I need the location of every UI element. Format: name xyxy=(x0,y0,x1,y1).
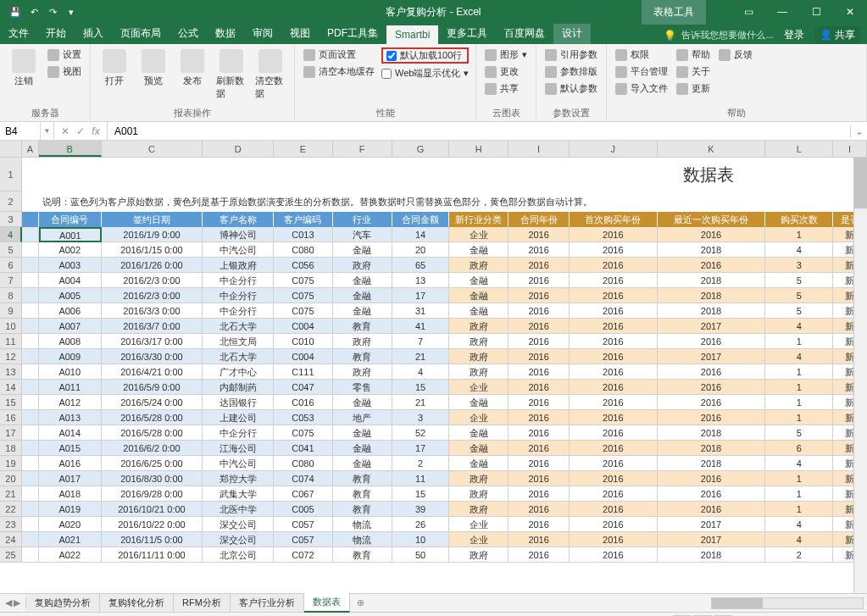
sheet-tab[interactable]: 复购趋势分析 xyxy=(26,594,100,612)
cell[interactable]: 深交公司 xyxy=(203,532,274,547)
cell[interactable]: A002 xyxy=(39,242,102,258)
cell[interactable]: 金融 xyxy=(449,441,509,456)
cell[interactable]: 北恒文局 xyxy=(203,334,274,349)
row-header[interactable]: 13 xyxy=(0,364,22,380)
cell[interactable]: 达国银行 xyxy=(203,395,274,410)
cell[interactable]: 2016 xyxy=(570,517,658,532)
cell[interactable]: 4 xyxy=(765,319,833,334)
cell[interactable]: 41 xyxy=(392,319,450,334)
vertical-scrollbar[interactable] xyxy=(853,158,867,593)
cell[interactable]: 物流 xyxy=(333,517,392,532)
col-header[interactable]: D xyxy=(203,141,274,157)
add-sheet-button[interactable]: ⊕ xyxy=(350,597,371,608)
cell[interactable]: 2016/6/25 0:00 xyxy=(102,456,203,471)
cell[interactable]: C047 xyxy=(274,380,333,395)
cell[interactable]: 金融 xyxy=(449,242,509,258)
change-button[interactable]: 更改 xyxy=(483,64,529,79)
cell[interactable]: 2016/2/3 0:00 xyxy=(102,288,203,303)
cell[interactable]: 物流 xyxy=(333,532,392,547)
cell[interactable]: 3 xyxy=(392,410,450,425)
row-header[interactable]: 2 xyxy=(0,191,22,212)
row-header[interactable]: 25 xyxy=(0,547,22,563)
cell[interactable]: 2016 xyxy=(509,395,570,410)
col-header[interactable]: F xyxy=(333,141,392,157)
cell[interactable]: 政府 xyxy=(449,486,509,502)
about-button[interactable]: 关于 xyxy=(675,64,712,79)
cell[interactable]: 2016 xyxy=(570,456,658,471)
cell[interactable]: 6 xyxy=(765,441,833,456)
cell[interactable]: 北京公司 xyxy=(203,547,274,563)
cell[interactable]: C004 xyxy=(274,319,333,334)
ref-param-button[interactable]: 引用参数 xyxy=(543,47,599,62)
cell[interactable]: 2016 xyxy=(509,334,570,349)
cell[interactable]: 2018 xyxy=(658,425,766,441)
col-header[interactable]: B xyxy=(39,141,102,157)
namebox-dropdown-icon[interactable]: ▼ xyxy=(41,122,54,140)
cell[interactable]: 5 xyxy=(765,273,833,288)
row-header[interactable]: 21 xyxy=(0,486,22,502)
sheet-tab[interactable]: 客户行业分析 xyxy=(231,594,304,612)
cell[interactable]: 2016 xyxy=(658,380,766,395)
cell[interactable]: 2016 xyxy=(509,273,570,288)
select-all-corner[interactable] xyxy=(0,141,22,157)
cell[interactable]: 金融 xyxy=(449,456,509,471)
cell[interactable]: 2016/1/9 0:00 xyxy=(102,227,203,242)
preview-button[interactable]: 预览 xyxy=(136,47,170,89)
cell[interactable]: A016 xyxy=(39,456,102,471)
horizontal-scrollbar[interactable] xyxy=(371,597,867,609)
cell[interactable]: A009 xyxy=(39,349,102,364)
cell[interactable]: 中企分行 xyxy=(203,273,274,288)
cell[interactable]: 21 xyxy=(392,395,450,410)
cell[interactable]: 1 xyxy=(765,364,833,380)
minimize-button[interactable]: — xyxy=(765,0,799,24)
cell[interactable]: C041 xyxy=(274,441,333,456)
cell[interactable]: 2016/11/11 0:00 xyxy=(102,547,203,563)
cell[interactable]: 上建公司 xyxy=(203,410,274,425)
row-header[interactable]: 17 xyxy=(0,425,22,441)
row-header[interactable]: 20 xyxy=(0,471,22,486)
row-header[interactable]: 24 xyxy=(0,532,22,547)
cell[interactable]: 政府 xyxy=(333,364,392,380)
cell[interactable]: 博神公司 xyxy=(203,227,274,242)
save-icon[interactable]: 💾 xyxy=(8,5,22,19)
cell[interactable]: 北石大学 xyxy=(203,349,274,364)
cell[interactable]: 2018 xyxy=(658,547,766,563)
tab-layout[interactable]: 页面布局 xyxy=(112,23,170,44)
cell[interactable]: 武集大学 xyxy=(203,486,274,502)
row-header[interactable]: 8 xyxy=(0,288,22,303)
accept-formula-icon[interactable]: ✓ xyxy=(75,125,86,137)
load-100-checkbox[interactable]: 默认加载100行 xyxy=(381,47,469,64)
cell[interactable]: 金融 xyxy=(333,425,392,441)
cell[interactable]: 2016 xyxy=(570,319,658,334)
refresh-button[interactable]: 刷新数据 xyxy=(214,47,248,102)
cell[interactable]: 1 xyxy=(765,471,833,486)
cell[interactable]: A012 xyxy=(39,395,102,410)
cell[interactable]: 2016 xyxy=(658,395,766,410)
col-header[interactable]: E xyxy=(274,141,333,157)
cell[interactable]: 政府 xyxy=(449,349,509,364)
cell[interactable]: C005 xyxy=(274,502,333,517)
sort-param-button[interactable]: 参数排版 xyxy=(543,64,599,79)
cell[interactable]: 2016 xyxy=(509,242,570,258)
import-button[interactable]: 导入文件 xyxy=(614,81,670,96)
row-header[interactable]: 23 xyxy=(0,517,22,532)
tab-view[interactable]: 视图 xyxy=(281,23,319,44)
cell[interactable]: C057 xyxy=(274,517,333,532)
cell[interactable]: A010 xyxy=(39,364,102,380)
cell[interactable]: 2016 xyxy=(658,486,766,502)
cell[interactable]: 2016/3/7 0:00 xyxy=(102,319,203,334)
cell[interactable]: 2016/9/28 0:00 xyxy=(102,486,203,502)
cell[interactable]: 2016/3/17 0:00 xyxy=(102,334,203,349)
update-button[interactable]: 更新 xyxy=(675,81,712,96)
cell[interactable]: A021 xyxy=(39,532,102,547)
sheet-next-icon[interactable]: ▶ xyxy=(14,597,20,608)
cell[interactable]: 金融 xyxy=(449,273,509,288)
cell[interactable]: 金融 xyxy=(333,441,392,456)
cell[interactable]: 中汽公司 xyxy=(203,242,274,258)
row-header[interactable]: 9 xyxy=(0,303,22,319)
cell[interactable]: 企业 xyxy=(449,227,509,242)
cell[interactable]: 2016/1/15 0:00 xyxy=(102,242,203,258)
cell[interactable]: 5 xyxy=(765,425,833,441)
cell[interactable]: 2016 xyxy=(570,547,658,563)
tab-review[interactable]: 审阅 xyxy=(244,23,281,44)
